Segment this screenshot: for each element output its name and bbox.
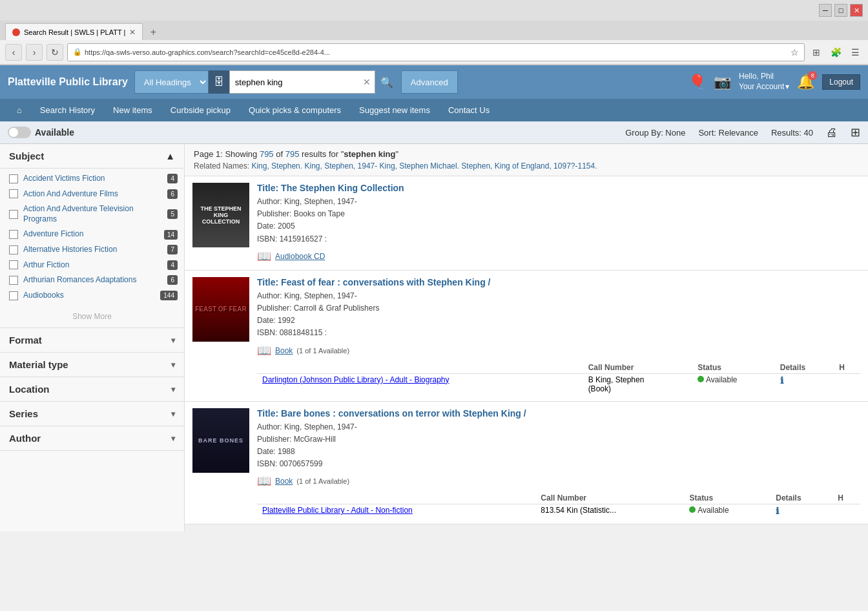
maximize-button[interactable]: □ [834, 4, 847, 17]
format-link-1[interactable]: Audiobook CD [275, 252, 325, 261]
col-location-header-3 [257, 492, 535, 504]
subject-name-0[interactable]: Accident Victims Fiction [23, 174, 162, 184]
home-nav-link[interactable]: ⌂ [8, 99, 31, 121]
active-tab[interactable]: Search Result | SWLS | PLATT | ✕ [5, 23, 143, 40]
group-by[interactable]: Group By: None [625, 128, 685, 138]
related-name-3[interactable]: Stephen, King of England, 1097?-1154. [461, 161, 597, 171]
show-more-button[interactable]: Show More [0, 306, 184, 328]
app-header: Platteville Public Library All Headings … [0, 65, 868, 99]
available-toggle[interactable] [8, 127, 31, 138]
total-link-2[interactable]: 795 [285, 149, 300, 159]
search-history-link[interactable]: Search History [31, 99, 104, 121]
details-icon-2[interactable]: ℹ [780, 375, 783, 386]
bookmark-icon[interactable]: ☆ [790, 47, 799, 57]
search-go-button[interactable]: 🔍 [375, 70, 398, 94]
details-icon-3[interactable]: ℹ [776, 506, 779, 516]
contact-us-link[interactable]: Contact Us [439, 99, 499, 121]
holding-callnum-2: B King, Stephen(Book) [583, 373, 693, 395]
result-publisher-1: Publisher: Books on Tape [257, 208, 860, 220]
location-section-header[interactable]: Location ▾ [0, 377, 184, 401]
search-bar: All Headings 🗄 ✕ 🔍 Advanced [134, 70, 458, 94]
new-tab-button[interactable]: + [145, 25, 161, 40]
material-type-section-header[interactable]: Material type ▾ [0, 353, 184, 377]
author-section-header[interactable]: Author ▾ [0, 426, 184, 450]
col-callnum-header-3: Call Number [535, 492, 684, 504]
avail-count-2: (1 of 1 Available) [296, 347, 349, 355]
account-label[interactable]: Your Account▾ [739, 82, 789, 92]
search-type-select[interactable]: All Headings [134, 70, 209, 94]
series-label: Series [9, 408, 38, 419]
account-section[interactable]: Hello, Phil Your Account▾ [739, 72, 789, 92]
close-button[interactable]: ✕ [850, 4, 863, 17]
cover-text-2: FEAST OF FEAR [195, 306, 246, 313]
related-name-2[interactable]: King, Stephen Michael. [380, 161, 459, 171]
camera-icon[interactable]: 📷 [714, 74, 731, 90]
search-input[interactable] [230, 75, 359, 90]
format-link-2[interactable]: Book [275, 346, 293, 355]
curbside-pickup-link[interactable]: Curbside pickup [161, 99, 240, 121]
subject-name-2[interactable]: Action And Adventure Television Programs [23, 204, 162, 224]
minimize-button[interactable]: ─ [819, 4, 832, 17]
total-link[interactable]: 795 [260, 149, 274, 159]
col-status-header-3: Status [684, 492, 770, 504]
subject-name-3[interactable]: Adventure Fiction [23, 229, 159, 240]
format-link-3[interactable]: Book [275, 477, 293, 486]
new-items-link[interactable]: New items [104, 99, 161, 121]
subject-name-4[interactable]: Alternative Histories Fiction [23, 245, 162, 255]
subject-collapse-icon[interactable]: ▲ [165, 150, 175, 161]
notifications-icon[interactable]: 🔔 8 [797, 74, 814, 90]
subject-count-5: 4 [167, 260, 178, 270]
subject-checkbox-3[interactable] [9, 230, 18, 239]
subject-name-6[interactable]: Arthurian Romances Adaptations [23, 275, 162, 285]
result-title-2[interactable]: Title: Feast of fear : conversations wit… [257, 277, 860, 287]
holding-location-2[interactable]: Darlington (Johnson Public Library) - Ad… [262, 375, 449, 384]
subject-name-1[interactable]: Action And Adventure Films [23, 189, 162, 200]
logout-button[interactable]: Logout [822, 74, 860, 90]
tab-close-icon[interactable]: ✕ [129, 28, 136, 37]
quick-picks-link[interactable]: Quick picks & computers [240, 99, 350, 121]
series-section-header[interactable]: Series ▾ [0, 402, 184, 426]
bookmarks-icon[interactable]: ⊞ [809, 45, 824, 60]
author-section: Author ▾ [0, 426, 184, 451]
search-clear-icon[interactable]: ✕ [359, 77, 375, 87]
suggest-new-items-link[interactable]: Suggest new items [350, 99, 439, 121]
extensions-icon[interactable]: 🧩 [828, 45, 843, 60]
hotair-balloon-icon: 🎈 [688, 74, 706, 90]
subject-checkbox-0[interactable] [9, 174, 18, 183]
location-chevron-icon: ▾ [171, 385, 175, 394]
subject-checkbox-2[interactable] [9, 210, 18, 219]
result-cover-3[interactable]: BARE BONES [192, 408, 249, 473]
results-header: Page 1: Showing 795 of 795 results for "… [185, 144, 868, 176]
sort[interactable]: Sort: Relevance [698, 128, 758, 138]
subject-name-5[interactable]: Arthur Fiction [23, 260, 162, 271]
holding-location-3[interactable]: Platteville Public Library - Adult - Non… [262, 506, 413, 515]
series-chevron-icon: ▾ [171, 409, 175, 419]
result-title-3[interactable]: Title: Bare bones : conversations on ter… [257, 408, 860, 419]
refresh-button[interactable]: ↻ [46, 44, 63, 61]
result-cover-1[interactable]: THE STEPHEN KING COLLECTION [192, 183, 249, 247]
subject-checkbox-1[interactable] [9, 189, 18, 198]
subject-checkbox-6[interactable] [9, 276, 18, 285]
subject-item-2: Action And Adventure Television Programs… [0, 202, 184, 227]
subject-checkbox-4[interactable] [9, 245, 18, 254]
subject-checkbox-7[interactable] [9, 291, 18, 300]
sidebar: Subject ▲ Accident Victims Fiction 4 Act… [0, 144, 185, 532]
forward-button[interactable]: › [26, 44, 43, 61]
back-button[interactable]: ‹ [5, 44, 22, 61]
grid-view-icon[interactable]: ⊞ [851, 125, 860, 140]
related-name-1[interactable]: King, Stephen, 1947- [304, 161, 377, 171]
result-cover-2[interactable]: FEAST OF FEAR [192, 277, 249, 342]
format-section-header[interactable]: Format ▾ [0, 328, 184, 352]
print-icon[interactable]: 🖨 [826, 126, 838, 140]
related-name-0[interactable]: King, Stephen. [251, 161, 302, 171]
result-details-2: Title: Feast of fear : conversations wit… [257, 277, 860, 395]
address-bar[interactable]: 🔒 https://qa-swls-verso.auto-graphics.co… [67, 43, 805, 61]
cover-text-1: THE STEPHEN KING COLLECTION [195, 205, 247, 225]
avail-count-3: (1 of 1 Available) [296, 477, 349, 485]
result-title-1[interactable]: Title: The Stephen King Collection [257, 183, 860, 193]
subject-checkbox-5[interactable] [9, 260, 18, 269]
subject-name-7[interactable]: Audiobooks [23, 291, 155, 301]
advanced-button[interactable]: Advanced [401, 70, 458, 94]
menu-icon[interactable]: ☰ [847, 45, 863, 60]
col-hold-header: H [834, 362, 860, 374]
